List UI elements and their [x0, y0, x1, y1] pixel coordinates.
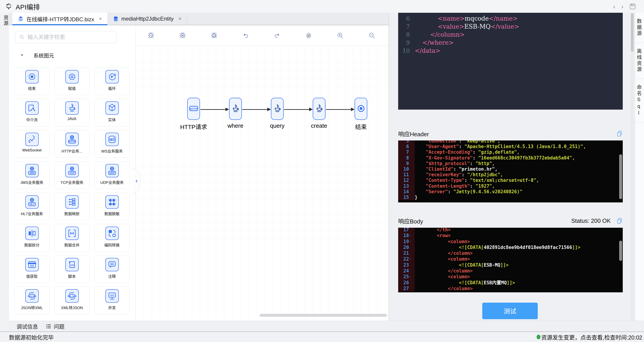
palette-item-json2xml[interactable]: Json-XML JSON转XML [14, 286, 50, 314]
palette-item-tcp[interactable]: TCP TCP业务服务 [54, 161, 90, 189]
header-viewer-scrollbar[interactable] [619, 154, 622, 199]
palette-item-label: HL7业务服务 [21, 211, 43, 216]
panel-scrollbar[interactable] [631, 13, 634, 321]
flow-node-2[interactable] [271, 98, 284, 120]
canvas-grid[interactable]: HTTP HTTP请求 where [136, 46, 388, 321]
canvas-horizontal-scrollbar[interactable] [260, 314, 387, 317]
tab-0[interactable]: 在线编排-HTTP转JDBC.bizx × [12, 13, 107, 25]
flow-canvas[interactable]: HTTP HTTP请求 where [136, 25, 388, 321]
section-header-system-elements[interactable]: ▼ 系统图元 [9, 50, 135, 60]
zoom-out-icon [368, 36, 376, 40]
palette-item-loop[interactable]: 循环 [94, 67, 130, 95]
code-line: 22▾ <column> [398, 256, 623, 262]
code-line: 8▾ "X-Gov-Signature": "16eed668cc30497fb… [398, 155, 623, 161]
palette-item-hl7[interactable]: HL7 HL7业务服务 [14, 192, 50, 220]
flow-node-1[interactable] [229, 98, 242, 120]
palette-item-websocket[interactable]: WebSocket [14, 130, 50, 158]
search-input[interactable] [27, 34, 116, 40]
palette-item-merge[interactable]: 数据合并 [54, 224, 90, 252]
toolbar-zoom-in-button[interactable] [336, 32, 344, 39]
right-rail-tab-1[interactable]: 离线资源 [635, 43, 644, 79]
json2xml-icon: Json-XML [25, 289, 39, 303]
palette-item-label: XML转JSON [61, 305, 83, 310]
flow-node-4[interactable] [354, 98, 367, 120]
status-bar: 数据源初始化完毕 资源发生变更，点击查看,检查时间:20:02 [0, 332, 644, 342]
right-rail-tab-0[interactable]: 数据源 [635, 13, 644, 43]
toolbar-redo-button[interactable] [273, 32, 281, 39]
code-line: 17▾ </th> [398, 228, 623, 232]
palette-item-jms[interactable]: JMS JMS业务服务 [14, 161, 50, 189]
right-rail-tab-2[interactable]: 命名Sql [635, 79, 644, 123]
palette-item-encode[interactable]: 编码转换 [94, 224, 130, 252]
xml2json-icon: XML-Json [65, 289, 79, 303]
svg-text:(x): (x) [30, 264, 34, 267]
palette-item-mapping[interactable]: 数据映射 [54, 192, 90, 220]
concurrent-icon: </> [105, 289, 119, 303]
left-rail-tab-resources[interactable]: 资源 [2, 15, 9, 26]
document-tabs: 在线编排-HTTP转JDBC.bizx × mediaHttp2JdbcEnti… [9, 13, 388, 25]
toolbar-bug-play-button[interactable] [179, 32, 186, 39]
code-line: 12▾ "Content-Type": "text/xml;charset=ut… [398, 178, 623, 183]
toolbar-bug-lightning-button[interactable] [147, 32, 155, 39]
test-result-panel: 6▾ <name>mqcode</name> 7▾ <value>ESB-MQ<… [388, 13, 635, 321]
search-icon [20, 35, 24, 40]
chevron-down-icon[interactable]: ▼ [20, 53, 24, 57]
palette-item-xml2json[interactable]: XML-Json XML转JSON [54, 286, 90, 314]
test-button[interactable]: 测试 [482, 303, 538, 319]
entity-icon [105, 101, 119, 115]
response-body-viewer[interactable]: 17▾ </th> 18▾ <row> 19▾ <column> [398, 228, 623, 292]
palette-item-getvalue[interactable]: (x) 值获取 [14, 255, 50, 283]
redo-icon [273, 36, 281, 40]
code-line: 25▾ <column> [398, 274, 623, 280]
palette-item-udp[interactable]: UDP UDP业务服务 [94, 161, 130, 189]
palette-item-mask[interactable]: ✱✱✱✱ 数据脱敏 [94, 192, 130, 220]
response-header-title: 响应Header [398, 130, 429, 138]
palette-item-http[interactable]: HTTP HTTP业务... [54, 130, 90, 158]
close-icon[interactable]: × [99, 16, 102, 22]
palette-item-mediator[interactable]: 中介流 [14, 99, 50, 126]
palette-item-entity[interactable]: 实体 [94, 99, 130, 126]
component-sidebar: ▼ 系统图元 结束 赋值 循环 [9, 25, 136, 321]
nav-forward-icon[interactable]: › [621, 3, 624, 10]
palette-grid: 结束 赋值 循环 中介流 JAV [14, 67, 131, 314]
comment-icon [105, 258, 119, 271]
palette-item-script[interactable]: </> 脚本 [54, 255, 90, 283]
copy-icon[interactable] [616, 130, 623, 137]
svg-text:JMS: JMS [29, 171, 35, 174]
javanode-icon [272, 104, 282, 114]
palette-item-split[interactable]: 数据拆分 [14, 224, 50, 252]
flow-node-3[interactable] [313, 98, 326, 120]
palette-item-end[interactable]: 结束 [14, 67, 50, 95]
palette-item-assign[interactable]: 赋值 [54, 67, 90, 95]
palette-item-label: 数据脱敏 [104, 211, 120, 216]
body-viewer-scrollbar[interactable] [619, 241, 622, 261]
palette-item-label: JAVA [68, 117, 76, 121]
request-xml-editor[interactable]: 6▾ <name>mqcode</name> 7▾ <value>ESB-MQ<… [398, 13, 623, 110]
nav-back-icon[interactable]: ‹ [613, 3, 615, 10]
tab-1[interactable]: mediaHttp2JdbcEntity × [107, 13, 187, 25]
resource-change-notice[interactable]: 资源发生变更，点击查看,检查时间:20:02 [537, 333, 642, 341]
save-icon[interactable] [629, 3, 636, 10]
toolbar-swap-button[interactable] [305, 32, 312, 39]
toolbar-zoom-out-button[interactable] [368, 32, 376, 39]
code-line: 20▾ <![CDATA[402891dc8ee9b4df018ee9d8fac… [398, 244, 623, 250]
close-icon[interactable]: × [178, 16, 182, 22]
palette-item-comment[interactable]: 注释 [94, 255, 130, 283]
palette-item-label: 数据合并 [64, 242, 80, 248]
endnode-icon [356, 104, 366, 114]
merge-icon [65, 226, 79, 240]
tab-debug-info[interactable]: 调试信息 [16, 322, 38, 330]
response-header-viewer[interactable]: 5▾ "Connection": "keep-alive", 6▾ "User-… [398, 140, 623, 202]
search-box[interactable] [15, 31, 117, 43]
code-line: 14▾ "Server": "Jetty(9.4.56.v20240826)" [398, 189, 623, 194]
flow-arrow [242, 108, 271, 111]
toolbar-bug-refresh-button[interactable] [210, 32, 218, 39]
ws-icon: W [105, 133, 119, 146]
tab-issues[interactable]: 问题 [46, 322, 64, 330]
copy-icon[interactable] [616, 218, 623, 224]
palette-item-java[interactable]: JAVA [54, 99, 90, 126]
flow-node-0[interactable]: HTTP [187, 98, 200, 120]
palette-item-ws[interactable]: W WS业务服务 [94, 130, 130, 158]
toolbar-undo-button[interactable] [242, 32, 250, 39]
palette-item-concurrent[interactable]: </> 并发 [94, 286, 130, 314]
